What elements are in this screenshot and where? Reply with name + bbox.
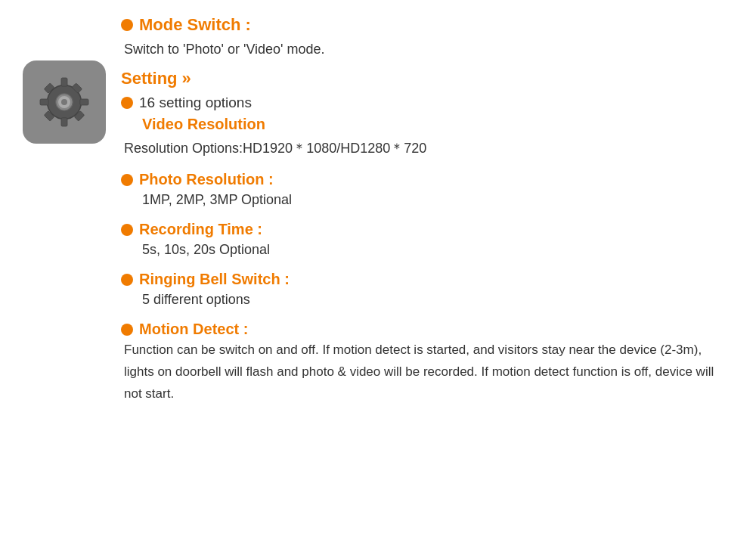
mode-switch-section: Mode Switch : xyxy=(121,15,733,35)
recording-time-title: Recording Time : xyxy=(139,221,262,238)
settings-count: 16 setting options xyxy=(139,95,252,111)
mode-switch-dot xyxy=(121,19,133,31)
svg-rect-3 xyxy=(61,118,67,126)
motion-detect-title: Motion Detect : xyxy=(139,321,248,338)
recording-time-dot xyxy=(121,224,133,236)
gear-icon-wrapper xyxy=(23,60,106,144)
svg-point-11 xyxy=(61,99,67,105)
photo-resolution-section: Photo Resolution : 1MP, 2MP, 3MP Optiona… xyxy=(121,171,733,213)
svg-rect-2 xyxy=(61,78,67,86)
photo-resolution-dot xyxy=(121,174,133,186)
settings-dot xyxy=(121,97,133,109)
page-container: Mode Switch : Switch to 'Photo' or 'Vide… xyxy=(23,15,733,405)
recording-time-row: Recording Time : xyxy=(121,221,733,238)
ringing-bell-options: 5 different options xyxy=(142,290,733,310)
setting-label: Setting xyxy=(121,69,178,88)
resolution-options: Resolution Options:HD1920＊1080/HD1280＊72… xyxy=(124,139,733,157)
motion-detect-section: Motion Detect : Function can be switch o… xyxy=(121,321,733,405)
mode-switch-description: Switch to 'Photo' or 'Video' mode. xyxy=(124,39,733,60)
svg-rect-4 xyxy=(40,99,48,105)
video-resolution-label: Video Resolution xyxy=(142,116,733,133)
right-column: Mode Switch : Switch to 'Photo' or 'Vide… xyxy=(121,15,733,405)
photo-resolution-title: Photo Resolution : xyxy=(139,171,274,188)
svg-rect-5 xyxy=(80,99,88,105)
photo-resolution-options: 1MP, 2MP, 3MP Optional xyxy=(142,190,733,210)
recording-time-options: 5s, 10s, 20s Optional xyxy=(142,240,733,260)
motion-detect-description: Function can be switch on and off. If mo… xyxy=(124,340,733,405)
gear-icon xyxy=(34,72,94,132)
ringing-bell-section: Ringing Bell Switch : 5 different option… xyxy=(121,271,733,313)
left-column xyxy=(23,15,106,144)
motion-detect-dot xyxy=(121,324,133,336)
photo-resolution-row: Photo Resolution : xyxy=(121,171,733,188)
ringing-bell-title: Ringing Bell Switch : xyxy=(139,271,290,288)
setting-chevron: » xyxy=(182,69,191,88)
mode-switch-title: Mode Switch : xyxy=(139,15,251,35)
recording-time-section: Recording Time : 5s, 10s, 20s Optional xyxy=(121,221,733,263)
settings-options-row: 16 setting options xyxy=(121,95,733,111)
setting-link[interactable]: Setting » xyxy=(121,69,733,88)
ringing-bell-dot xyxy=(121,274,133,286)
motion-detect-row: Motion Detect : xyxy=(121,321,733,338)
ringing-bell-row: Ringing Bell Switch : xyxy=(121,271,733,288)
